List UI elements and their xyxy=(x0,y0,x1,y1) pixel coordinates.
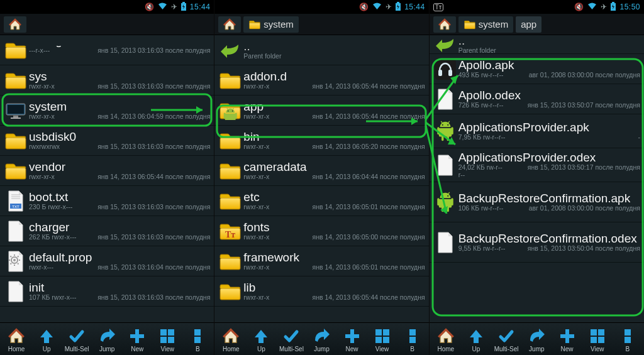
toolbar-multi-button[interactable]: Multi-Sel xyxy=(276,327,306,352)
file-perm: rwxr-xr-x xyxy=(243,203,287,210)
toolbar-jump-button[interactable]: Jump xyxy=(92,327,122,352)
toolbar-more-button[interactable]: B xyxy=(182,327,213,352)
breadcrumb-current[interactable]: app xyxy=(516,16,541,33)
file-row[interactable]: framework rwxr-xr-xянв 14, 2013 06:05:01… xyxy=(214,246,428,276)
file-text: .. Parent folder xyxy=(458,35,640,54)
file-row[interactable]: sys rwxr-xr-xянв 15, 2013 03:16:03 после… xyxy=(0,65,214,96)
breadcrumb-folder[interactable]: system xyxy=(243,16,299,33)
file-text: vendor rwxr-xr-xянв 14, 2013 06:05:44 по… xyxy=(29,161,210,181)
file-date: янв 15, 2013 03:16:03 после полудня xyxy=(79,203,210,210)
toolbar-new-button[interactable]: New xyxy=(122,327,152,352)
breadcrumb-home[interactable] xyxy=(4,16,26,33)
file-name: default.prop xyxy=(29,251,210,264)
file-row[interactable]: Apollo.apk 493 КБ rw-r--r--авг 01, 2008 … xyxy=(430,54,644,84)
folder-icon xyxy=(3,158,29,184)
back-icon xyxy=(217,37,243,63)
file-perm: rwxr-xr-x xyxy=(243,173,287,180)
breadcrumb-folder[interactable]: system xyxy=(458,16,514,33)
file-row[interactable]: usbdisk0 rwxrwxrwxянв 15, 2013 03:16:03 … xyxy=(0,126,214,156)
file-name: usbdisk0 xyxy=(29,131,210,143)
toolbar-new-button[interactable]: New xyxy=(552,327,582,352)
file-name: Apollo.apk xyxy=(458,59,640,72)
toolbar-label: Multi-Sel xyxy=(494,346,519,352)
toolbar-view-button[interactable]: View xyxy=(367,327,397,352)
file-row[interactable]: lib rwxr-xr-xянв 14, 2013 06:05:44 после… xyxy=(214,276,428,307)
file-row[interactable]: init 107 КБ rwxr-x---янв 15, 2013 03:16:… xyxy=(0,276,214,307)
bottom-toolbar: Home Up Multi-Sel Jump New View B xyxy=(0,322,214,355)
toolbar-more-button[interactable]: B xyxy=(397,327,428,352)
toolbar-view-button[interactable]: View xyxy=(582,327,613,352)
file-row[interactable]: Apollo.odex 726 КБ rw-r--r--янв 15, 2013… xyxy=(430,84,644,114)
toolbar-label: Multi-Sel xyxy=(65,346,89,352)
folder-icon xyxy=(3,128,29,154)
file-row[interactable]: app rwxr-xr-xянв 14, 2013 06:05:44 после… xyxy=(214,96,428,126)
svg-rect-7 xyxy=(11,117,21,119)
new-icon xyxy=(559,327,575,345)
file-sub: Parent folder xyxy=(243,52,281,60)
toolbar-home-button[interactable]: Home xyxy=(1,327,31,352)
jump-icon xyxy=(528,327,545,345)
breadcrumb-home[interactable] xyxy=(433,16,456,33)
toolbar-up-button[interactable]: Up xyxy=(246,327,276,352)
file-row[interactable]: default.prop rwxr-x---янв 15, 2013 03:16… xyxy=(0,246,214,276)
status-bar: 🔇 ✈ 15:44 xyxy=(214,0,428,14)
file-list[interactable]: .. Parent folder Apollo.apk 493 КБ rw-r-… xyxy=(430,35,644,322)
file-icon xyxy=(432,229,458,256)
file-row[interactable]: BackupRestoreConfirmation.odex 9,55 КБ r… xyxy=(430,222,644,263)
toolbar-home-button[interactable]: Home xyxy=(216,327,246,352)
breadcrumb-home[interactable] xyxy=(218,16,241,33)
file-row[interactable]: charger 262 КБ rwxr-x---янв 15, 2013 03:… xyxy=(0,216,214,246)
file-list[interactable]: storage ---r-x---янв 15, 2013 03:16:03 п… xyxy=(0,35,214,322)
file-list[interactable]: .. Parent folder addon.d rwxr-xr-xянв 14… xyxy=(214,35,428,322)
file-text: sys rwxr-xr-xянв 15, 2013 03:16:03 после… xyxy=(29,70,210,90)
home-icon xyxy=(437,327,455,345)
toolbar-label: New xyxy=(131,346,143,352)
airplane-icon: ✈ xyxy=(601,3,607,11)
toolbar-multi-button[interactable]: Multi-Sel xyxy=(62,327,92,352)
toolbar-up-button[interactable]: Up xyxy=(461,327,491,352)
titanium-icon: Tт xyxy=(433,3,444,11)
toolbar-more-button[interactable]: B xyxy=(613,327,643,352)
battery-icon xyxy=(611,2,616,13)
file-row[interactable]: ApplicationsProvider.odex 24,02 КБ rw-r-… xyxy=(430,148,644,182)
up-icon xyxy=(38,327,55,345)
file-row[interactable]: .. Parent folder xyxy=(214,35,428,65)
wifi-icon xyxy=(158,3,167,12)
svg-rect-66 xyxy=(598,329,604,336)
file-row[interactable]: TXT boot.txt 230 Б rwxr-x---янв 15, 2013… xyxy=(0,186,214,216)
svg-point-56 xyxy=(447,124,448,125)
file-row[interactable]: ApplicationsProvider.apk 7,95 КБ rw-r--r… xyxy=(430,114,644,148)
file-row[interactable]: .. Parent folder xyxy=(430,35,644,54)
toolbar-multi-button[interactable]: Multi-Sel xyxy=(491,327,521,352)
wifi-icon xyxy=(587,3,597,12)
svg-rect-21 xyxy=(160,337,167,343)
view-icon xyxy=(374,327,391,345)
file-perm: rwxrwxrwx xyxy=(29,143,73,150)
file-perm: ---r-x--- xyxy=(29,46,73,54)
file-row[interactable]: BackupRestoreConfirmation.apk 106 КБ rw-… xyxy=(430,182,644,222)
svg-rect-24 xyxy=(194,337,201,343)
toolbar-home-button[interactable]: Home xyxy=(431,327,461,352)
file-row[interactable]: etc rwxr-xr-xянв 14, 2013 06:05:01 после… xyxy=(214,186,428,216)
svg-rect-45 xyxy=(375,337,382,343)
svg-rect-39 xyxy=(220,258,240,270)
file-row[interactable]: addon.d rwxr-xr-xянв 14, 2013 06:05:44 п… xyxy=(214,65,428,96)
file-row[interactable]: system rwxr-xr-xянв 14, 2013 06:04:59 по… xyxy=(0,96,214,126)
toolbar-label: New xyxy=(560,346,573,352)
toolbar-new-button[interactable]: New xyxy=(337,327,367,352)
file-row[interactable]: cameradata rwxr-xr-xянв 14, 2013 06:04:4… xyxy=(214,156,428,186)
toolbar-jump-button[interactable]: Jump xyxy=(521,327,552,352)
file-row[interactable]: bin rwxr-xr-xянв 14, 2013 06:05:20 после… xyxy=(214,126,428,156)
toolbar-view-button[interactable]: View xyxy=(152,327,182,352)
toolbar-jump-button[interactable]: Jump xyxy=(306,327,336,352)
file-perm: rwxr-xr-x xyxy=(243,263,287,271)
file-row[interactable]: vendor rwxr-xr-xянв 14, 2013 06:05:44 по… xyxy=(0,156,214,186)
file-date: янв 14, 2013 06:05:01 после полудня xyxy=(294,203,425,210)
file-row[interactable]: Tт fonts rwxr-xr-xянв 14, 2013 06:05:00 … xyxy=(214,216,428,246)
toolbar-up-button[interactable]: Up xyxy=(31,327,62,352)
file-text: init 107 КБ rwxr-x---янв 15, 2013 03:16:… xyxy=(29,281,210,302)
svg-text:Tт: Tт xyxy=(225,230,235,239)
file-row[interactable]: storage ---r-x---янв 15, 2013 03:16:03 п… xyxy=(0,35,214,65)
status-bar: Tт 🔇 ✈ 15:50 xyxy=(430,0,644,14)
svg-rect-70 xyxy=(625,337,631,343)
